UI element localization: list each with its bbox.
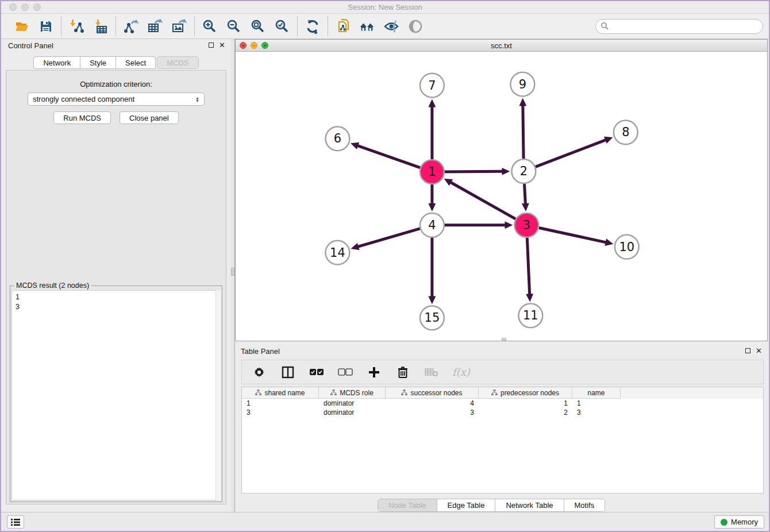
zoom-in-icon[interactable]: [202, 18, 218, 34]
close-panel-icon[interactable]: ✕: [219, 43, 225, 48]
open-file-icon[interactable]: [14, 18, 30, 34]
tab-motifs[interactable]: Motifs: [564, 499, 605, 511]
hide-graphics-details-icon[interactable]: [383, 18, 399, 34]
graph-edge-arrow-1-4: [428, 203, 436, 211]
graph-edge-2-9[interactable]: [523, 105, 523, 159]
network-canvas[interactable]: 7968124314101511: [236, 52, 767, 341]
network-window-titlebar[interactable]: × − + scc.txt: [236, 40, 767, 52]
column-type-icon: [255, 390, 261, 396]
graph-node-label-15: 15: [425, 311, 440, 325]
cell-name[interactable]: 1: [572, 399, 621, 408]
import-network-icon[interactable]: [68, 18, 84, 34]
graph-edge-3-11[interactable]: [527, 238, 529, 295]
column-header-label: predecessor nodes: [500, 389, 559, 397]
list-icon: [11, 518, 20, 526]
run-mcds-button[interactable]: Run MCDS: [53, 111, 111, 124]
select-all-columns-icon[interactable]: [309, 364, 325, 380]
zoom-out-icon[interactable]: [226, 18, 242, 34]
zoom-fit-icon[interactable]: [250, 18, 266, 34]
tab-edge-table[interactable]: Edge Table: [437, 499, 495, 511]
graph-edge-arrow-3-11: [526, 294, 533, 302]
dropdown-stepper-icon: ▲▼: [195, 97, 199, 102]
column-header-predecessor-nodes[interactable]: predecessor nodes: [479, 387, 572, 399]
split-column-view-icon[interactable]: [280, 364, 296, 380]
cell-name[interactable]: 3: [572, 408, 621, 417]
delete-column-trash-icon[interactable]: [395, 364, 411, 380]
tab-network[interactable]: Network: [33, 56, 80, 69]
export-table-icon[interactable]: [147, 18, 163, 34]
optimization-criterion-label: Optimization criterion:: [6, 80, 226, 88]
network-window-title: scc.txt: [236, 41, 767, 50]
optimization-criterion-select[interactable]: strongly connected component ▲▼: [28, 92, 205, 106]
optimization-criterion-value: strongly connected component: [33, 95, 134, 103]
tab-select[interactable]: Select: [116, 56, 156, 69]
cell-successor-nodes[interactable]: 3: [386, 408, 479, 417]
panel-divider[interactable]: [231, 39, 235, 512]
column-header-label: shared name: [264, 389, 305, 397]
tab-style[interactable]: Style: [80, 56, 116, 69]
column-header-successor-nodes[interactable]: successor nodes: [386, 387, 479, 399]
tab-node-table[interactable]: Node Table: [378, 499, 437, 511]
graph-edge-1-2[interactable]: [445, 171, 503, 172]
graph-edge-2-3[interactable]: [525, 184, 526, 205]
column-header-label: MCDS role: [340, 389, 374, 397]
first-neighbors-icon[interactable]: [359, 18, 375, 34]
duplicate-network-icon[interactable]: [335, 18, 351, 34]
tab-mcds[interactable]: MCDS: [157, 56, 198, 69]
canvas-resize-grip[interactable]: [502, 338, 506, 341]
graph-edge-1-6[interactable]: [357, 145, 420, 168]
graph-edge-arrow-3-10: [605, 238, 613, 246]
birds-eye-view-icon[interactable]: [407, 18, 424, 34]
cell-shared-name[interactable]: 1: [242, 399, 319, 408]
float-panel-icon[interactable]: [209, 43, 214, 48]
table-settings-gear-icon[interactable]: [251, 364, 267, 380]
import-table-icon[interactable]: [93, 18, 109, 34]
graph-edge-arrow-4-3: [505, 221, 513, 229]
cell-MCDS-role[interactable]: dominator: [319, 399, 386, 408]
status-bar: Memory: [1, 512, 769, 531]
mcds-result-textarea[interactable]: 1 3: [11, 290, 221, 500]
tab-network-table[interactable]: Network Table: [495, 499, 563, 511]
export-image-icon[interactable]: [171, 18, 187, 34]
result-scrollbar[interactable]: [215, 290, 221, 500]
unselect-all-columns-icon[interactable]: [337, 364, 353, 380]
control-panel: Control Panel ✕ NetworkStyleSelectMCDS O…: [1, 39, 231, 512]
graph-edge-4-14[interactable]: [357, 229, 420, 247]
table-panel: Table Panel ✕: [235, 344, 768, 512]
graph-edge-arrow-1-7: [428, 99, 436, 107]
network-graph: 7968124314101511: [236, 52, 767, 341]
divider-grip[interactable]: [231, 268, 234, 276]
close-panel-button[interactable]: Close panel: [120, 111, 179, 124]
cell-shared-name[interactable]: 3: [242, 408, 319, 417]
task-history-button[interactable]: [7, 515, 24, 529]
column-header-MCDS-role[interactable]: MCDS role: [319, 387, 386, 399]
apply-layout-icon[interactable]: [305, 18, 321, 34]
zoom-selected-icon[interactable]: [274, 18, 290, 34]
memory-button[interactable]: Memory: [714, 515, 764, 529]
close-table-panel-icon[interactable]: ✕: [756, 348, 762, 353]
graph-edge-arrow-2-3: [522, 203, 529, 211]
cell-predecessor-nodes[interactable]: 1: [479, 399, 572, 408]
search-input[interactable]: [595, 19, 763, 34]
graph-edge-3-10[interactable]: [539, 228, 607, 242]
function-builder-icon[interactable]: f(x): [452, 366, 470, 378]
export-network-icon[interactable]: [123, 18, 139, 34]
cell-MCDS-role[interactable]: dominator: [319, 408, 386, 417]
cell-successor-nodes[interactable]: 4: [386, 399, 479, 408]
create-column-plus-icon[interactable]: [366, 364, 382, 380]
save-session-icon[interactable]: [38, 18, 54, 34]
column-header-name[interactable]: name: [572, 387, 621, 399]
table-row-1[interactable]: 1dominator411: [242, 399, 763, 408]
titlebar: Session: New Session: [1, 1, 769, 14]
delete-table-icon[interactable]: [424, 364, 440, 380]
graph-edge-2-8[interactable]: [536, 140, 606, 167]
table-row-2[interactable]: 3dominator323: [242, 408, 763, 417]
graph-edge-3-1[interactable]: [450, 182, 515, 219]
graph-node-label-2: 2: [520, 164, 528, 178]
cell-predecessor-nodes[interactable]: 2: [479, 408, 572, 417]
column-header-shared-name[interactable]: shared name: [242, 387, 319, 399]
float-table-panel-icon[interactable]: [745, 348, 750, 353]
graph-node-label-11: 11: [523, 309, 538, 322]
graph-edge-arrow-1-2: [502, 168, 510, 175]
graph-node-label-6: 6: [334, 132, 341, 145]
